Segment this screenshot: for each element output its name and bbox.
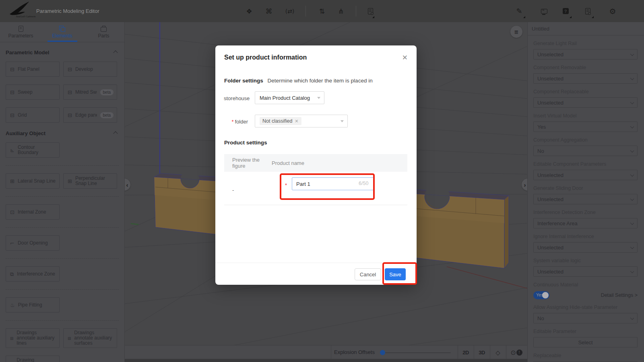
dropdown-indicator (523, 16, 525, 18)
folder-tag: Not classified ✕ (260, 117, 301, 125)
share-nodes-icon[interactable]: ⋔ (334, 0, 348, 22)
tab-label: Elements (52, 33, 72, 39)
remove-tag-icon[interactable]: ✕ (295, 119, 298, 124)
select-editable-component-parameters[interactable]: Unselected (533, 170, 638, 180)
select-component-replaceable[interactable]: Unselected (533, 97, 638, 108)
section-auxiliary-object[interactable]: Auxiliary Object (6, 130, 119, 136)
tab-parts[interactable]: Parts (83, 22, 124, 42)
element-button-edge-panel[interactable]: ⊟ Edge panel beta (63, 107, 117, 123)
top-bar: SeaGull Cabinets Parametric Modeling Edi… (0, 0, 644, 22)
field-label: Insert Virtual Model (533, 113, 638, 119)
model-library-icon[interactable]: ❖ (242, 0, 256, 22)
element-button-mitred-sweep[interactable]: ⊟ Mitred Sweep beta (63, 84, 117, 100)
cube-view-icon[interactable]: ◇ (492, 346, 504, 360)
field-label: Allow Assigning Hide-state Parameter (533, 304, 638, 310)
select-value: Unselected (537, 76, 564, 82)
document-glyph (585, 8, 590, 14)
field-label: Generate Light Rail (533, 41, 638, 46)
bottombar-separator (490, 346, 490, 360)
folder-settings-title: Folder settings (224, 78, 263, 84)
select-value: Unselected (537, 51, 564, 58)
aux-button-contour-boundary[interactable]: ⊾ Contour Boundary (6, 142, 60, 158)
left-sidebar: Parameters Elements Parts Parametric Mod… (0, 22, 125, 362)
tab-label: Parts (98, 33, 109, 39)
select-component-removable[interactable]: Unselected (533, 73, 638, 84)
aux-button-drawings-annotate-surfaces[interactable]: ⧈ Drawings annotate auxiliary surfaces (63, 328, 117, 348)
button-label: Lateral Snap Line (18, 179, 56, 184)
interference-zone-icon: ⧉ (10, 272, 14, 277)
field-label: Generate Sliding Door (533, 185, 638, 191)
element-button-sweep[interactable]: ⊟ Sweep (6, 84, 60, 100)
editable-parameter-select-button[interactable]: Select (533, 337, 638, 348)
select-component-aggregation[interactable]: No (533, 146, 638, 156)
info-icon[interactable]: ! (513, 346, 525, 360)
select-interference-detection-zone[interactable]: Interference Area (533, 218, 638, 228)
select-value: Yes (537, 124, 546, 130)
close-icon[interactable]: ✕ (402, 54, 408, 61)
continuous-material-toggle[interactable]: Yes (533, 291, 549, 299)
select-value: Interference Area (537, 220, 578, 226)
caret-down-icon (317, 97, 320, 99)
edit-pencil-icon[interactable]: ✎ (512, 0, 526, 22)
view-3d-button[interactable]: 3D (476, 346, 488, 360)
storehouse-value: Main Product Catalog (260, 95, 310, 101)
dashed-divider (6, 289, 119, 290)
element-button-grid[interactable]: ⊟ Grid (6, 107, 60, 123)
dashed-divider (6, 165, 119, 166)
field-label: Component Removable (533, 65, 638, 70)
chevron-down-icon (630, 149, 634, 152)
panel-icon: ⊟ (68, 67, 72, 72)
section-parametric-model[interactable]: Parametric Model (6, 49, 119, 56)
window-bottom-strip (125, 359, 527, 362)
element-button-flat-panel[interactable]: ⊟ Flat Panel (6, 62, 60, 77)
select-system-variable-logic[interactable]: Unselected (533, 266, 638, 277)
button-label: Door Opening (18, 241, 56, 246)
storehouse-select[interactable]: Main Product Catalog (255, 91, 324, 104)
app-logo[interactable]: SeaGull Cabinets (8, 1, 36, 21)
folder-select[interactable]: Not classified ✕ (255, 115, 348, 128)
detail-settings-link[interactable]: Detail Settings > (601, 292, 638, 298)
parameters-icon (19, 26, 23, 32)
explosion-offsets-slider[interactable] (380, 352, 451, 353)
aux-button-perpendicular-snap-line[interactable]: ⊞ Perpendicular Snap Line (63, 173, 117, 189)
panel-icon: ⊟ (68, 90, 72, 95)
field-label: System variable logic (533, 258, 638, 263)
view-2d-button[interactable]: 2D (460, 346, 472, 360)
save-button[interactable]: Save (385, 268, 406, 280)
chevron-down-icon (630, 101, 634, 104)
lateral-snap-line-icon: ⊞ (10, 179, 14, 184)
group-icon[interactable]: ⌘ (262, 0, 276, 22)
select-value: Unselected (537, 196, 564, 202)
element-button-develop[interactable]: ⊟ Develop (63, 62, 117, 77)
aux-button-drawing-annotation-solids[interactable]: ⧈ Drawing annotation auxiliary solids (6, 356, 60, 362)
button-label: Perpendicular Snap Line (75, 176, 114, 186)
binding-icon[interactable]: ⇅ (315, 0, 329, 22)
select-ignore-internal-interference[interactable]: Unselected (533, 242, 638, 253)
aux-button-drawings-annotate-lines[interactable]: ⧈ Drawings annotate auxiliary lines (6, 328, 60, 348)
select-insert-virtual-model[interactable]: Yes (533, 121, 638, 132)
dropdown-indicator (592, 16, 594, 18)
button-label: Sweep (18, 90, 56, 95)
folder-settings-desc: Determine which folder the item is place… (268, 78, 373, 84)
document-template-icon[interactable] (363, 0, 378, 22)
document-icon[interactable] (580, 0, 595, 22)
settings-gear-icon[interactable]: ⚙ (605, 0, 620, 22)
select-generate-light-rail[interactable]: Unselected (533, 49, 638, 60)
select-generate-sliding-door[interactable]: Unselected (533, 194, 638, 204)
panel-icon: ⊟ (10, 67, 14, 72)
tab-parameters[interactable]: Parameters (0, 22, 41, 42)
slider-thumb[interactable] (380, 350, 385, 355)
help-icon[interactable]: ? (558, 0, 573, 22)
aux-button-interference-zone[interactable]: ⧉ Interference Zone (6, 266, 60, 282)
layer-list-button[interactable]: ≣ (510, 26, 522, 38)
aux-button-door-opening[interactable]: ⌐ Door Opening (6, 235, 60, 251)
aux-button-internal-zone[interactable]: ⊡ Internal Zone (6, 204, 60, 220)
aux-button-pipe-fitting[interactable]: ♨ Pipe Fitting (6, 297, 60, 313)
cancel-button[interactable]: Cancel (355, 268, 381, 280)
select-allow-hide-state-parameter[interactable]: No (533, 313, 638, 323)
monitor-icon[interactable] (537, 0, 551, 22)
aux-button-lateral-snap-line[interactable]: ⊞ Lateral Snap Line (6, 173, 60, 189)
swap-parameters-icon[interactable]: (⇄) (283, 0, 297, 22)
seagull-logo-icon (8, 1, 33, 17)
tab-elements[interactable]: Elements (41, 22, 83, 42)
